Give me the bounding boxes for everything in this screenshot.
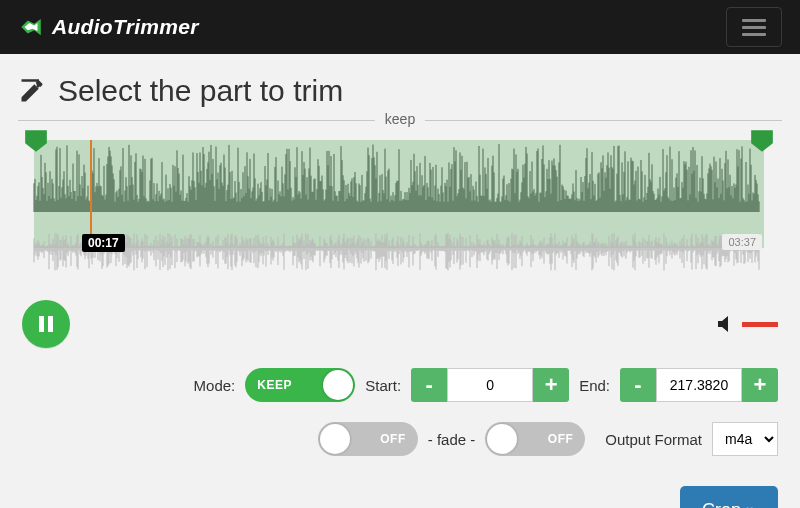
svg-rect-3 — [48, 316, 53, 332]
output-format-label: Output Format — [605, 431, 702, 448]
pause-button[interactable] — [22, 300, 70, 348]
toggle-knob — [323, 370, 353, 400]
pause-icon — [37, 314, 55, 334]
total-time-label: 03:37 — [722, 234, 762, 250]
mode-toggle-text: KEEP — [257, 378, 292, 392]
fade-out-toggle[interactable]: OFF — [485, 422, 585, 456]
crop-button[interactable]: Crop » — [680, 486, 778, 508]
playhead[interactable] — [90, 140, 92, 248]
end-input[interactable] — [656, 368, 742, 402]
end-label: End: — [579, 377, 610, 394]
waveform-canvas — [18, 140, 778, 290]
trim-handle-left[interactable] — [22, 128, 50, 154]
fade-label: - fade - — [428, 431, 476, 448]
start-increment-button[interactable]: + — [533, 368, 569, 402]
end-decrement-button[interactable]: - — [620, 368, 656, 402]
section-rule: keep — [18, 120, 782, 130]
fade-in-state: OFF — [380, 432, 406, 446]
toggle-knob — [320, 424, 350, 454]
logo-icon — [18, 14, 44, 40]
trim-handle-right[interactable] — [748, 128, 776, 154]
start-input[interactable] — [447, 368, 533, 402]
waveform[interactable]: 00:17 03:37 — [18, 140, 782, 290]
page-title: Select the part to trim — [58, 74, 343, 108]
svg-rect-2 — [39, 316, 44, 332]
current-time-bubble: 00:17 — [82, 234, 125, 252]
volume-control[interactable] — [718, 316, 778, 332]
toggle-knob — [487, 424, 517, 454]
end-increment-button[interactable]: + — [742, 368, 778, 402]
output-format-select[interactable]: m4a — [712, 422, 778, 456]
brand-text: AudioTrimmer — [52, 15, 199, 39]
brand[interactable]: AudioTrimmer — [18, 14, 199, 40]
end-stepper: - + — [620, 368, 778, 402]
volume-bar[interactable] — [742, 322, 778, 327]
start-decrement-button[interactable]: - — [411, 368, 447, 402]
top-navbar: AudioTrimmer — [0, 0, 800, 54]
start-label: Start: — [365, 377, 401, 394]
menu-toggle[interactable] — [726, 7, 782, 47]
fade-in-toggle[interactable]: OFF — [318, 422, 418, 456]
start-stepper: - + — [411, 368, 569, 402]
mode-label: Mode: — [194, 377, 236, 394]
fade-out-state: OFF — [548, 432, 574, 446]
mode-toggle[interactable]: KEEP — [245, 368, 355, 402]
edit-icon — [18, 77, 46, 105]
volume-icon — [718, 316, 736, 332]
keep-label: keep — [375, 111, 425, 127]
